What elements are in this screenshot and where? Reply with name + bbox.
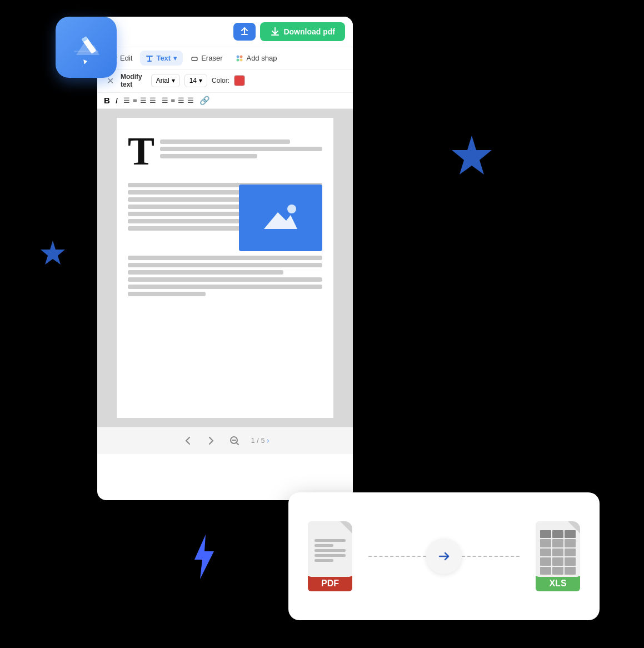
xls-cell-10 bbox=[540, 557, 551, 565]
svg-point-12 bbox=[237, 58, 239, 61]
doc-text-T: T bbox=[128, 131, 154, 171]
lightning-decoration bbox=[189, 535, 217, 581]
link-icon[interactable]: 🔗 bbox=[199, 96, 210, 106]
text-tool-dropdown-icon: ▾ bbox=[173, 54, 177, 62]
nav-forward-button[interactable] bbox=[204, 434, 218, 447]
size-select[interactable]: 14 ▾ bbox=[184, 74, 207, 87]
toolbar-top: Download pdf bbox=[97, 17, 353, 47]
doc-text-line-2 bbox=[160, 147, 322, 151]
svg-point-10 bbox=[237, 55, 239, 58]
svg-marker-6 bbox=[194, 535, 214, 579]
pdf-line-2 bbox=[314, 544, 333, 547]
doc-line-l bbox=[128, 285, 322, 289]
pdf-file-page bbox=[308, 521, 352, 577]
svg-point-16 bbox=[287, 205, 296, 213]
pdf-line-5 bbox=[314, 559, 333, 562]
svg-point-13 bbox=[240, 58, 243, 61]
xls-file-icon: XLS bbox=[533, 521, 583, 591]
pdf-line-1 bbox=[314, 539, 346, 542]
document-page: T bbox=[117, 118, 333, 418]
size-dropdown-icon: ▾ bbox=[199, 77, 202, 84]
eraser-tool-button[interactable]: Eraser bbox=[185, 51, 228, 66]
align-right-icon[interactable]: ☰ bbox=[140, 96, 147, 104]
svg-rect-9 bbox=[192, 57, 197, 61]
size-value: 14 bbox=[189, 77, 197, 84]
toolbar-format: ✕ Modify text Arial ▾ 14 ▾ Color: bbox=[97, 69, 353, 93]
xls-cell-8 bbox=[552, 549, 563, 556]
italic-button[interactable]: I bbox=[116, 96, 118, 105]
xls-cell-7 bbox=[540, 549, 551, 556]
doc-line-h bbox=[128, 256, 322, 260]
align-justify-icon[interactable]: ☰ bbox=[149, 96, 156, 104]
download-pdf-button[interactable]: Download pdf bbox=[260, 22, 345, 41]
xls-cell-15 bbox=[565, 567, 576, 575]
font-value: Arial bbox=[156, 77, 169, 84]
xls-cell-5 bbox=[552, 539, 563, 547]
nav-back-button[interactable] bbox=[181, 434, 194, 447]
pdf-label: PDF bbox=[308, 576, 352, 591]
pdf-line-4 bbox=[314, 554, 346, 557]
eraser-tool-label: Eraser bbox=[201, 54, 222, 62]
doc-line-k bbox=[128, 277, 322, 282]
star-small-decoration bbox=[39, 239, 67, 269]
indent-icon[interactable]: ☰ bbox=[178, 96, 184, 104]
page-sep: / bbox=[257, 437, 258, 445]
svg-marker-2 bbox=[82, 58, 88, 64]
xls-cell-9 bbox=[565, 549, 576, 556]
download-pdf-label: Download pdf bbox=[283, 27, 335, 36]
font-select[interactable]: Arial ▾ bbox=[151, 74, 180, 87]
alignment-group: ☰ ≡ ☰ ☰ bbox=[123, 96, 156, 104]
star-large-decoration bbox=[450, 133, 494, 180]
add-shape-tool-button[interactable]: Add shap bbox=[230, 51, 282, 66]
pdf-line-3 bbox=[314, 549, 346, 552]
xls-cell-2 bbox=[552, 530, 563, 538]
outdent-icon[interactable]: ☰ bbox=[187, 96, 194, 104]
text-tool-button[interactable]: Text ▾ bbox=[140, 51, 183, 66]
add-shape-tool-label: Add shap bbox=[246, 54, 277, 62]
xls-cell-3 bbox=[565, 530, 576, 538]
xls-cell-13 bbox=[540, 567, 551, 575]
svg-marker-4 bbox=[452, 136, 492, 175]
app-icon bbox=[56, 17, 117, 78]
align-left-icon[interactable]: ☰ bbox=[123, 96, 130, 104]
page-total: 5 bbox=[261, 437, 265, 445]
align-center-icon[interactable]: ≡ bbox=[133, 96, 137, 104]
svg-rect-7 bbox=[241, 34, 248, 35]
svg-point-11 bbox=[240, 55, 243, 58]
color-swatch[interactable] bbox=[234, 75, 245, 86]
list-group: ☰ ≡ ☰ ☰ bbox=[162, 96, 194, 104]
xls-cell-14 bbox=[552, 567, 563, 575]
doc-line-i bbox=[128, 263, 322, 267]
xls-cell-11 bbox=[552, 557, 563, 565]
doc-line-j bbox=[128, 270, 283, 275]
pdf-file-icon: PDF bbox=[305, 521, 355, 591]
bullet-list-icon[interactable]: ☰ bbox=[162, 96, 168, 104]
toolbar-tools: Edit Text ▾ Eraser Add shap bbox=[97, 47, 353, 69]
xls-cell-12 bbox=[565, 557, 576, 565]
numbered-list-icon[interactable]: ≡ bbox=[171, 96, 176, 104]
text-tool-label: Text bbox=[156, 54, 171, 62]
conversion-arrow bbox=[368, 539, 520, 574]
nav-zoom-out-button[interactable] bbox=[228, 434, 241, 447]
page-next-icon[interactable]: › bbox=[267, 437, 269, 445]
xls-cell-4 bbox=[540, 539, 551, 547]
xls-cell-1 bbox=[540, 530, 551, 538]
doc-text-line-1 bbox=[160, 139, 290, 144]
xls-cell-6 bbox=[565, 539, 576, 547]
doc-text-line-3 bbox=[160, 154, 257, 158]
arrow-circle bbox=[426, 539, 462, 574]
dashed-line-left bbox=[368, 556, 426, 557]
font-dropdown-icon: ▾ bbox=[172, 77, 175, 84]
xls-grid bbox=[540, 530, 576, 575]
doc-image-placeholder bbox=[239, 185, 322, 251]
svg-rect-8 bbox=[271, 34, 279, 36]
doc-bottom-nav: 1 / 5 › bbox=[97, 427, 353, 454]
upload-button[interactable] bbox=[233, 23, 256, 41]
page-current: 1 bbox=[251, 437, 255, 445]
xls-file-page bbox=[536, 521, 580, 577]
bold-button[interactable]: B bbox=[104, 96, 110, 105]
doc-line-m bbox=[128, 292, 206, 296]
modify-label: Modify bbox=[121, 73, 142, 81]
page-number-display: 1 / 5 › bbox=[251, 437, 269, 445]
edit-tool-label: Edit bbox=[120, 54, 132, 62]
